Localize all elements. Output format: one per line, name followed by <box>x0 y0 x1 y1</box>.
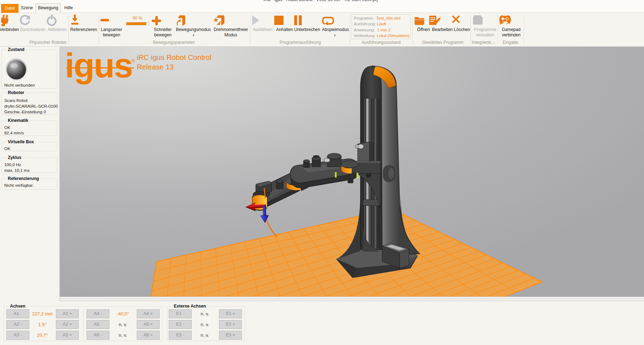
svg-text:®: ® <box>131 58 135 63</box>
svg-text:igus: igus <box>65 47 132 84</box>
svg-text:iRC igus Robot Control: iRC igus Robot Control <box>137 53 212 61</box>
svg-text:Release 13: Release 13 <box>137 63 174 71</box>
